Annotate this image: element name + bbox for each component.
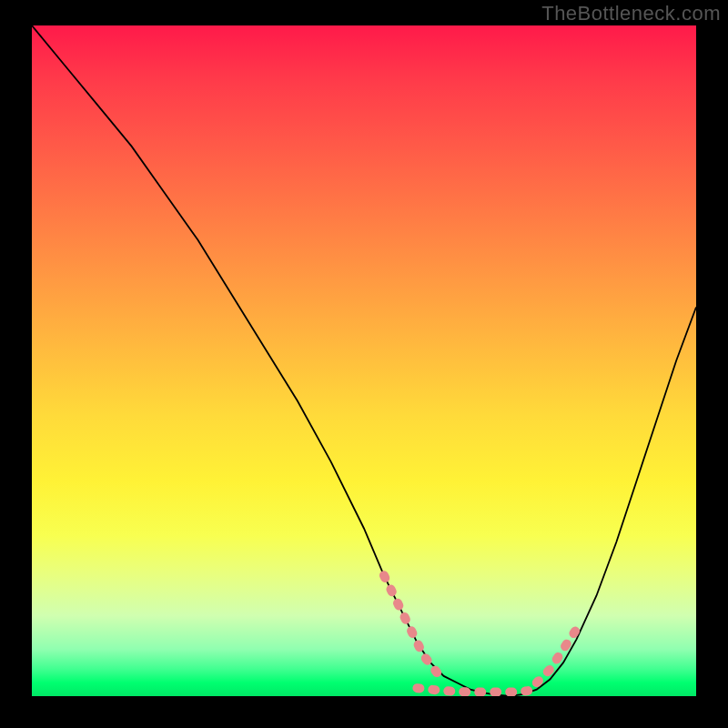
highlight-right [537, 629, 577, 682]
chart-curves-svg [32, 25, 696, 696]
chart-plot-area [32, 25, 696, 696]
attribution-label: TheBottleneck.com [541, 2, 721, 25]
highlight-bottom [417, 688, 536, 692]
right-curve [511, 308, 696, 696]
left-curve [32, 25, 511, 696]
highlight-left [384, 575, 437, 672]
